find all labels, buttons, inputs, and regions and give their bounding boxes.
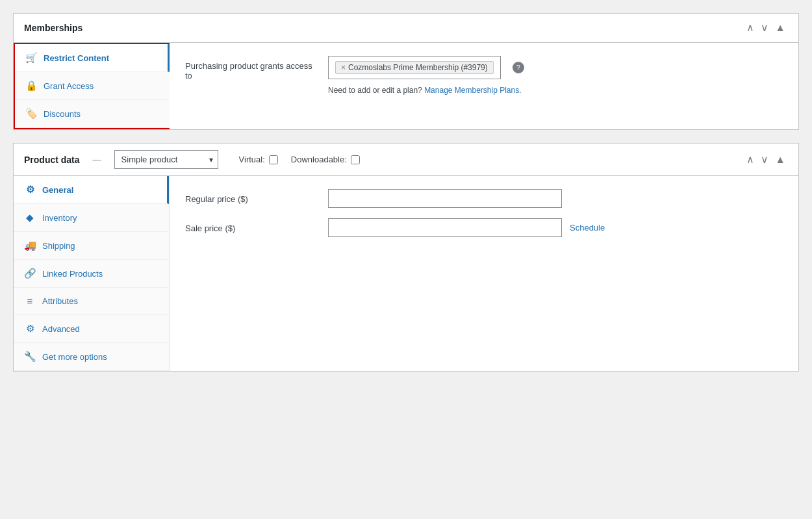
sidebar-item-advanced[interactable]: ⚙ Advanced: [14, 315, 169, 343]
grant-access-icon: 🔒: [25, 80, 37, 92]
sale-price-label: Sale price ($): [185, 218, 315, 233]
product-data-panel-controls: ∧ ∨ ▲: [744, 153, 788, 166]
memberships-panel-title: Memberships: [24, 23, 82, 33]
sale-price-input[interactable]: [328, 218, 562, 237]
sidebar-item-attributes-label: Attributes: [42, 296, 78, 306]
sidebar-item-advanced-label: Advanced: [42, 324, 80, 334]
virtual-checkbox[interactable]: [269, 155, 278, 164]
attributes-icon: ≡: [24, 296, 36, 307]
advanced-icon: ⚙: [24, 323, 36, 335]
manage-text: Need to add or edit a plan?: [328, 86, 422, 95]
product-data-collapse-up-btn[interactable]: ∧: [744, 153, 757, 166]
sale-price-row: Sale price ($) Schedule: [185, 218, 783, 237]
restrict-content-icon: 🛒: [25, 52, 37, 64]
regular-price-input[interactable]: [328, 189, 562, 208]
sidebar-item-discounts-label: Discounts: [44, 109, 81, 119]
product-data-title: Product data: [24, 155, 80, 165]
general-icon: ⚙: [24, 184, 36, 196]
manage-membership-plans-link[interactable]: Manage Membership Plans.: [424, 86, 521, 95]
product-data-main-content: Regular price ($) Sale price ($) Schedul…: [170, 176, 798, 371]
sidebar-item-linked-products[interactable]: 🔗 Linked Products: [14, 260, 169, 288]
memberships-panel-controls: ∧ ∨ ▲: [744, 21, 788, 34]
memberships-sidebar: 🛒 Restrict Content 🔒 Grant Access 🏷️ Dis…: [14, 43, 170, 129]
regular-price-control: [328, 189, 783, 208]
memberships-collapse-up-btn[interactable]: ∧: [744, 21, 757, 34]
sidebar-item-general-label: General: [42, 185, 73, 195]
memberships-collapse-down-btn[interactable]: ∨: [758, 21, 771, 34]
memberships-panel: Memberships ∧ ∨ ▲ 🛒 Restrict Content 🔒 G…: [13, 13, 799, 130]
product-type-select-wrapper: Simple product ▾: [114, 150, 218, 169]
tag-remove-btn[interactable]: ×: [341, 63, 346, 72]
inventory-icon: ◆: [24, 212, 36, 223]
sidebar-item-linked-products-label: Linked Products: [42, 269, 103, 279]
membership-field-control: × Cozmoslabs Prime Membership (#3979) ? …: [328, 56, 783, 95]
product-type-select[interactable]: Simple product: [114, 150, 218, 169]
downloadable-checkbox[interactable]: [351, 155, 360, 164]
sidebar-item-restrict-content-label: Restrict Content: [44, 53, 109, 63]
sale-price-control: Schedule: [328, 218, 783, 237]
sidebar-item-grant-access[interactable]: 🔒 Grant Access: [15, 72, 170, 100]
sidebar-item-get-more-options-label: Get more options: [42, 352, 107, 362]
downloadable-label-text: Downloadable:: [291, 155, 347, 164]
downloadable-checkbox-label: Downloadable:: [291, 155, 360, 164]
virtual-label-text: Virtual:: [239, 155, 265, 164]
help-icon[interactable]: ?: [513, 62, 524, 73]
manage-link-row: Need to add or edit a plan? Manage Membe…: [328, 86, 783, 95]
schedule-link[interactable]: Schedule: [570, 223, 605, 233]
purchasing-product-label: Purchasing product grants access to: [185, 56, 315, 81]
product-data-header: Product data — Simple product ▾ Virtual:…: [14, 144, 798, 176]
discounts-icon: 🏷️: [25, 108, 37, 120]
sidebar-item-inventory[interactable]: ◆ Inventory: [14, 204, 169, 232]
membership-tag-input[interactable]: × Cozmoslabs Prime Membership (#3979): [328, 56, 501, 79]
product-checkboxes: Virtual: Downloadable:: [239, 155, 360, 164]
sidebar-item-get-more-options[interactable]: 🔧 Get more options: [14, 343, 169, 371]
sidebar-item-restrict-content[interactable]: 🛒 Restrict Content: [15, 44, 170, 72]
memberships-expand-btn[interactable]: ▲: [772, 21, 788, 34]
product-data-panel: Product data — Simple product ▾ Virtual:…: [13, 143, 799, 372]
sidebar-item-discounts[interactable]: 🏷️ Discounts: [15, 100, 170, 128]
sidebar-item-inventory-label: Inventory: [42, 213, 77, 223]
product-type-dropdown-wrapper: Simple product ▾: [114, 150, 218, 169]
membership-field-row: Purchasing product grants access to × Co…: [185, 56, 783, 95]
regular-price-row: Regular price ($): [185, 189, 783, 208]
product-data-sidebar: ⚙ General ◆ Inventory 🚚 Shipping 🔗 Linke…: [14, 176, 170, 371]
product-data-collapse-down-btn[interactable]: ∨: [758, 153, 771, 166]
get-more-options-icon: 🔧: [24, 351, 36, 362]
shipping-icon: 🚚: [24, 240, 36, 251]
product-data-expand-btn[interactable]: ▲: [772, 153, 788, 166]
product-data-body: ⚙ General ◆ Inventory 🚚 Shipping 🔗 Linke…: [14, 176, 798, 371]
memberships-panel-header: Memberships ∧ ∨ ▲: [14, 14, 798, 43]
sidebar-item-general[interactable]: ⚙ General: [14, 176, 169, 204]
tag-label: Cozmoslabs Prime Membership (#3979): [348, 63, 488, 72]
sidebar-item-shipping-label: Shipping: [42, 241, 75, 251]
linked-products-icon: 🔗: [24, 268, 36, 279]
memberships-main-content: Purchasing product grants access to × Co…: [170, 43, 798, 129]
sidebar-item-attributes[interactable]: ≡ Attributes: [14, 288, 169, 315]
memberships-panel-body: 🛒 Restrict Content 🔒 Grant Access 🏷️ Dis…: [14, 43, 798, 129]
product-data-separator: —: [93, 155, 101, 164]
membership-tag: × Cozmoslabs Prime Membership (#3979): [335, 61, 494, 74]
sidebar-item-grant-access-label: Grant Access: [44, 81, 94, 91]
regular-price-label: Regular price ($): [185, 189, 315, 204]
virtual-checkbox-label: Virtual:: [239, 155, 278, 164]
sidebar-item-shipping[interactable]: 🚚 Shipping: [14, 232, 169, 260]
